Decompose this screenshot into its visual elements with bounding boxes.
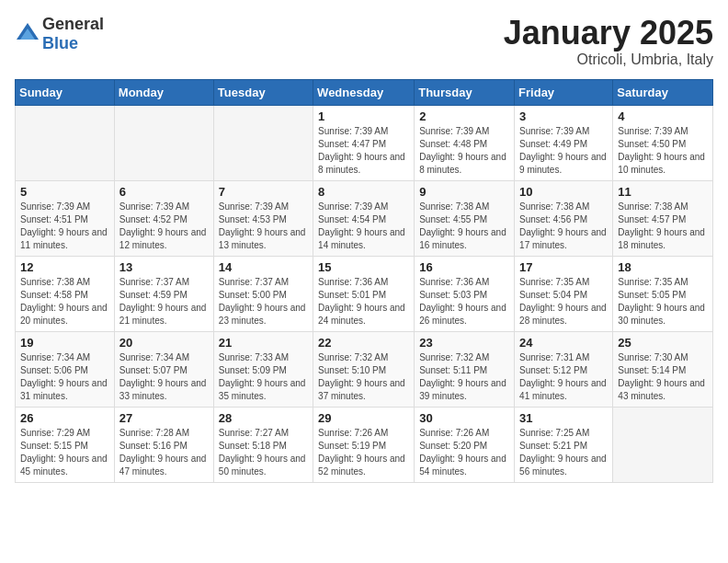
day-number: 25 xyxy=(618,336,708,350)
day-info: Sunrise: 7:34 AM Sunset: 5:07 PM Dayligh… xyxy=(119,351,209,403)
day-number: 19 xyxy=(20,336,109,350)
calendar-week-row: 19Sunrise: 7:34 AM Sunset: 5:06 PM Dayli… xyxy=(16,331,713,407)
day-info: Sunrise: 7:38 AM Sunset: 4:57 PM Dayligh… xyxy=(618,201,708,252)
calendar-day-cell xyxy=(613,407,713,482)
day-info: Sunrise: 7:39 AM Sunset: 4:54 PM Dayligh… xyxy=(318,201,409,252)
day-number: 21 xyxy=(219,336,308,350)
day-number: 28 xyxy=(219,411,308,425)
calendar-day-cell xyxy=(213,105,313,180)
day-number: 5 xyxy=(20,185,109,199)
day-number: 16 xyxy=(419,260,509,274)
calendar-day-cell: 17Sunrise: 7:35 AM Sunset: 5:04 PM Dayli… xyxy=(515,256,613,331)
calendar-day-cell: 14Sunrise: 7:37 AM Sunset: 5:00 PM Dayli… xyxy=(213,256,313,331)
calendar-week-row: 12Sunrise: 7:38 AM Sunset: 4:58 PM Dayli… xyxy=(16,256,713,331)
day-number: 26 xyxy=(20,411,109,425)
day-number: 9 xyxy=(419,185,509,199)
day-info: Sunrise: 7:39 AM Sunset: 4:48 PM Dayligh… xyxy=(419,125,509,177)
calendar-day-cell: 13Sunrise: 7:37 AM Sunset: 4:59 PM Dayli… xyxy=(114,256,213,331)
title-block: January 2025 Otricoli, Umbria, Italy xyxy=(504,15,713,68)
calendar-day-cell: 20Sunrise: 7:34 AM Sunset: 5:07 PM Dayli… xyxy=(114,331,213,407)
calendar-day-cell: 15Sunrise: 7:36 AM Sunset: 5:01 PM Dayli… xyxy=(313,256,415,331)
calendar-header-row: SundayMondayTuesdayWednesdayThursdayFrid… xyxy=(16,79,713,105)
location-title: Otricoli, Umbria, Italy xyxy=(504,52,713,68)
day-number: 10 xyxy=(519,185,608,199)
day-info: Sunrise: 7:26 AM Sunset: 5:19 PM Dayligh… xyxy=(318,427,409,478)
calendar-day-cell: 18Sunrise: 7:35 AM Sunset: 5:05 PM Dayli… xyxy=(613,256,713,331)
calendar-day-cell: 16Sunrise: 7:36 AM Sunset: 5:03 PM Dayli… xyxy=(415,256,515,331)
day-info: Sunrise: 7:31 AM Sunset: 5:12 PM Dayligh… xyxy=(519,351,608,403)
day-info: Sunrise: 7:39 AM Sunset: 4:49 PM Dayligh… xyxy=(519,125,608,177)
calendar-day-cell: 31Sunrise: 7:25 AM Sunset: 5:21 PM Dayli… xyxy=(515,407,613,482)
day-info: Sunrise: 7:36 AM Sunset: 5:03 PM Dayligh… xyxy=(419,276,509,327)
day-number: 1 xyxy=(318,109,409,123)
day-info: Sunrise: 7:39 AM Sunset: 4:52 PM Dayligh… xyxy=(119,201,209,252)
calendar-day-cell: 23Sunrise: 7:32 AM Sunset: 5:11 PM Dayli… xyxy=(415,331,515,407)
logo: General Blue xyxy=(15,15,104,53)
day-number: 8 xyxy=(318,185,409,199)
calendar-day-cell: 4Sunrise: 7:39 AM Sunset: 4:50 PM Daylig… xyxy=(613,105,713,180)
calendar-week-row: 1Sunrise: 7:39 AM Sunset: 4:47 PM Daylig… xyxy=(16,105,713,180)
day-info: Sunrise: 7:39 AM Sunset: 4:47 PM Dayligh… xyxy=(318,125,409,177)
calendar-day-cell: 19Sunrise: 7:34 AM Sunset: 5:06 PM Dayli… xyxy=(16,331,115,407)
page-header: General Blue January 2025 Otricoli, Umbr… xyxy=(15,15,713,68)
calendar-day-cell: 21Sunrise: 7:33 AM Sunset: 5:09 PM Dayli… xyxy=(213,331,313,407)
day-info: Sunrise: 7:35 AM Sunset: 5:05 PM Dayligh… xyxy=(618,276,708,327)
day-info: Sunrise: 7:37 AM Sunset: 5:00 PM Dayligh… xyxy=(219,276,308,327)
day-info: Sunrise: 7:39 AM Sunset: 4:53 PM Dayligh… xyxy=(219,201,308,252)
day-number: 17 xyxy=(519,260,608,274)
day-number: 29 xyxy=(318,411,409,425)
day-number: 30 xyxy=(419,411,509,425)
calendar-day-cell: 5Sunrise: 7:39 AM Sunset: 4:51 PM Daylig… xyxy=(16,180,115,256)
logo-icon xyxy=(15,21,40,47)
day-number: 6 xyxy=(119,185,209,199)
day-info: Sunrise: 7:29 AM Sunset: 5:15 PM Dayligh… xyxy=(20,427,109,478)
calendar-day-cell: 12Sunrise: 7:38 AM Sunset: 4:58 PM Dayli… xyxy=(16,256,115,331)
day-info: Sunrise: 7:38 AM Sunset: 4:58 PM Dayligh… xyxy=(20,276,109,327)
calendar-day-cell: 6Sunrise: 7:39 AM Sunset: 4:52 PM Daylig… xyxy=(114,180,213,256)
calendar-day-cell: 25Sunrise: 7:30 AM Sunset: 5:14 PM Dayli… xyxy=(613,331,713,407)
calendar-day-cell xyxy=(16,105,115,180)
weekday-header: Thursday xyxy=(415,79,515,105)
calendar-day-cell: 11Sunrise: 7:38 AM Sunset: 4:57 PM Dayli… xyxy=(613,180,713,256)
calendar-week-row: 26Sunrise: 7:29 AM Sunset: 5:15 PM Dayli… xyxy=(16,407,713,482)
day-number: 4 xyxy=(618,109,708,123)
day-number: 15 xyxy=(318,260,409,274)
calendar-day-cell: 24Sunrise: 7:31 AM Sunset: 5:12 PM Dayli… xyxy=(515,331,613,407)
calendar-day-cell: 2Sunrise: 7:39 AM Sunset: 4:48 PM Daylig… xyxy=(415,105,515,180)
weekday-header: Monday xyxy=(114,79,213,105)
day-info: Sunrise: 7:26 AM Sunset: 5:20 PM Dayligh… xyxy=(419,427,509,478)
day-info: Sunrise: 7:32 AM Sunset: 5:11 PM Dayligh… xyxy=(419,351,509,403)
day-info: Sunrise: 7:38 AM Sunset: 4:55 PM Dayligh… xyxy=(419,201,509,252)
day-number: 31 xyxy=(519,411,608,425)
calendar-day-cell: 8Sunrise: 7:39 AM Sunset: 4:54 PM Daylig… xyxy=(313,180,415,256)
calendar-table: SundayMondayTuesdayWednesdayThursdayFrid… xyxy=(15,79,713,483)
day-info: Sunrise: 7:28 AM Sunset: 5:16 PM Dayligh… xyxy=(119,427,209,478)
calendar-day-cell: 3Sunrise: 7:39 AM Sunset: 4:49 PM Daylig… xyxy=(515,105,613,180)
weekday-header: Saturday xyxy=(613,79,713,105)
calendar-day-cell: 26Sunrise: 7:29 AM Sunset: 5:15 PM Dayli… xyxy=(16,407,115,482)
day-number: 24 xyxy=(519,336,608,350)
day-info: Sunrise: 7:32 AM Sunset: 5:10 PM Dayligh… xyxy=(318,351,409,403)
day-info: Sunrise: 7:38 AM Sunset: 4:56 PM Dayligh… xyxy=(519,201,608,252)
calendar-day-cell: 28Sunrise: 7:27 AM Sunset: 5:18 PM Dayli… xyxy=(213,407,313,482)
day-number: 7 xyxy=(219,185,308,199)
day-number: 3 xyxy=(519,109,608,123)
day-info: Sunrise: 7:27 AM Sunset: 5:18 PM Dayligh… xyxy=(219,427,308,478)
calendar-week-row: 5Sunrise: 7:39 AM Sunset: 4:51 PM Daylig… xyxy=(16,180,713,256)
day-info: Sunrise: 7:34 AM Sunset: 5:06 PM Dayligh… xyxy=(20,351,109,403)
month-title: January 2025 xyxy=(504,15,713,52)
weekday-header: Tuesday xyxy=(213,79,313,105)
logo-blue-text: Blue xyxy=(42,34,78,52)
logo-general-text: General xyxy=(42,15,104,33)
day-info: Sunrise: 7:39 AM Sunset: 4:51 PM Dayligh… xyxy=(20,201,109,252)
day-number: 20 xyxy=(119,336,209,350)
day-number: 14 xyxy=(219,260,308,274)
calendar-day-cell: 9Sunrise: 7:38 AM Sunset: 4:55 PM Daylig… xyxy=(415,180,515,256)
day-number: 22 xyxy=(318,336,409,350)
day-number: 23 xyxy=(419,336,509,350)
calendar-day-cell: 7Sunrise: 7:39 AM Sunset: 4:53 PM Daylig… xyxy=(213,180,313,256)
weekday-header: Friday xyxy=(515,79,613,105)
day-number: 13 xyxy=(119,260,209,274)
calendar-day-cell xyxy=(114,105,213,180)
day-number: 2 xyxy=(419,109,509,123)
